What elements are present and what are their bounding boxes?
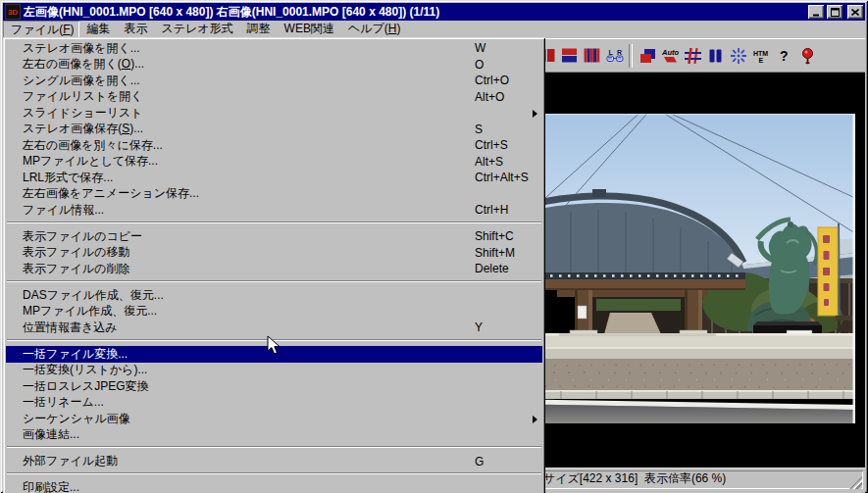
file-menu-item[interactable]: MPファイル作成、復元... [6,304,542,320]
menu-separator [6,472,542,480]
convergence-icon[interactable] [727,42,749,69]
toolbar-separator [629,44,633,68]
file-menu-item[interactable]: 左右画像をアニメーション保存... [6,186,542,203]
menubar-item[interactable]: 編集 [79,21,117,38]
gps-pin-icon[interactable] [796,42,819,69]
status-text: サイズ[422 x 316] 表示倍率(66 %) [543,470,726,487]
file-menu-item[interactable]: スライドショーリスト [6,105,542,122]
file-menu-item[interactable]: ファイル情報... Ctrl+H [6,202,542,219]
maximize-icon [831,8,840,17]
file-menu-item[interactable]: ステレオ画像保存(S)... S [6,122,542,138]
file-menu-item[interactable]: 表示ファイルのコピー Shift+C [6,228,542,245]
file-menu-item[interactable]: シーケンシャル画像 [6,411,542,427]
svg-text:Auto: Auto [661,48,679,57]
menubar-item[interactable]: ファイル(F) [3,21,79,38]
app-icon: 3D [5,4,21,20]
close-icon [851,9,859,16]
parallel-view-icon[interactable] [704,42,727,69]
file-menu-item[interactable]: 一括ロスレスJPEG変換 [6,378,542,395]
file-menu-item[interactable]: 左右の画像を別々に保存... Ctrl+S [6,137,542,154]
menu-bar: ファイル(F)編集表示ステレオ形式調整WEB関連ヘルプ(H) [3,21,865,38]
page-flip-lr-icon[interactable]: L R [603,42,626,69]
file-menu-item[interactable]: 表示ファイルの削除 Delete [6,261,542,277]
anaglyph-icon[interactable] [637,42,659,69]
html-export-icon[interactable]: HTM E [749,42,772,69]
svg-text:R: R [617,49,622,56]
file-menu-item[interactable]: DASファイル作成、復元... [6,287,542,304]
grid-align-icon[interactable] [682,42,704,69]
svg-text:E: E [759,57,764,64]
file-menu-item[interactable]: 外部ファイル起動 G [6,454,542,470]
auto-adjust-icon[interactable]: Auto [659,42,682,69]
file-menu-dropdown: ステレオ画像を開く... W 左右の画像を開く(O)... O シングル画像を開… [3,37,545,493]
file-menu-item[interactable]: LRL形式で保存... Ctrl+Alt+S [6,170,542,186]
close-button[interactable] [847,5,863,19]
file-menu-item[interactable]: ステレオ画像を開く... W [6,40,542,57]
toolbar-icons: L R Auto [536,41,819,70]
file-menu-item[interactable]: 左右の画像を開く(O)... O [6,57,542,74]
menubar-item[interactable]: 調整 [240,21,278,38]
svg-text:L: L [608,49,613,56]
file-menu-item[interactable]: 一括リネーム... [6,395,542,412]
file-menu-item[interactable]: ファイルリストを開く Alt+O [6,89,542,106]
interlaced-icon[interactable] [581,42,603,69]
submenu-arrow-icon [533,416,537,423]
window-title: 左画像(HNI_0001.MPO [640 x 480]) 右画像(HNI_00… [24,4,805,21]
app-window: 3D 左画像(HNI_0001.MPO [640 x 480]) 右画像(HNI… [0,0,868,493]
menubar-item[interactable]: ステレオ形式 [154,21,239,38]
help-icon[interactable]: ? [772,42,794,69]
maximize-button[interactable] [827,5,842,19]
above-below-icon[interactable] [558,42,581,69]
mouse-cursor [267,335,281,360]
minimize-icon [812,8,821,17]
file-menu-item[interactable]: 位置情報書き込み Y [6,320,542,336]
svg-text:HTM: HTM [753,49,768,56]
file-menu-item[interactable]: シングル画像を開く... Ctrl+O [6,73,542,89]
menubar-item[interactable]: WEB関連 [278,21,341,38]
svg-text:?: ? [780,48,789,64]
file-menu-item[interactable]: 画像連結... [6,427,542,444]
file-menu-item[interactable]: 印刷設定... [6,480,542,493]
title-bar: 3D 左画像(HNI_0001.MPO [640 x 480]) 右画像(HNI… [3,3,865,21]
file-menu-item[interactable]: 表示ファイルの移動 Shift+M [6,245,542,262]
menubar-item[interactable]: ヘルプ(H) [341,21,408,38]
menubar-item[interactable]: 表示 [117,21,154,38]
file-menu-item[interactable]: 一括変換(リストから)... [6,363,542,379]
minimize-button[interactable] [808,5,824,19]
file-menu-item[interactable]: MPファイルとして保存... Alt+S [6,154,542,171]
submenu-arrow-icon [533,110,537,118]
